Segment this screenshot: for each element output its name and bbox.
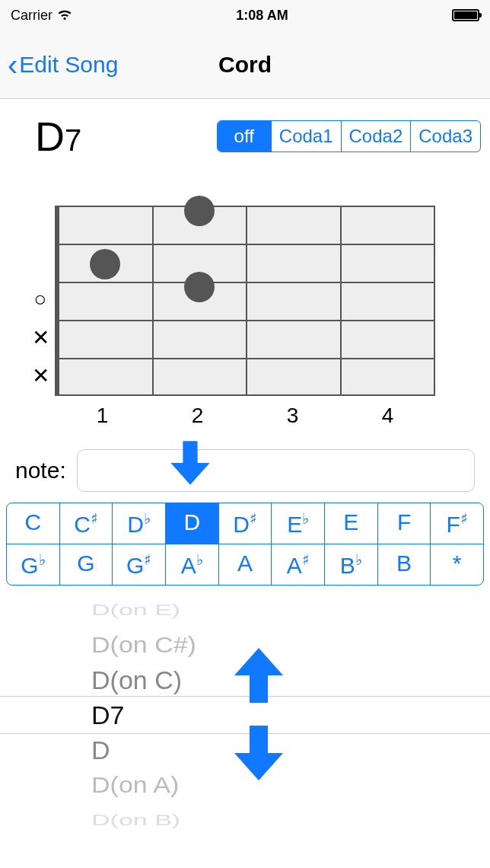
arrow-down-icon — [228, 723, 289, 783]
string-marker: ✕ — [29, 356, 52, 394]
fret-dot — [90, 249, 120, 279]
root-A-sharp[interactable]: A♯ — [271, 544, 324, 585]
root-C[interactable]: C — [7, 503, 59, 544]
string-marker — [29, 242, 52, 280]
coda-segmented: offCoda1Coda2Coda3 — [217, 120, 481, 152]
root-D[interactable]: D — [165, 503, 218, 544]
wifi-icon — [57, 10, 72, 21]
root-F-sharp[interactable]: F♯ — [430, 503, 483, 544]
root-E-flat[interactable]: E♭ — [271, 503, 324, 544]
chord-display: D7 — [35, 113, 81, 160]
back-label: Edit Song — [19, 52, 118, 78]
root-*[interactable]: * — [430, 544, 483, 585]
root-G-flat[interactable]: G♭ — [7, 544, 59, 585]
coda-option-coda1[interactable]: Coda1 — [271, 121, 341, 152]
root-F[interactable]: F — [377, 503, 431, 544]
root-D-flat[interactable]: D♭ — [112, 503, 165, 544]
chord-root: D — [35, 113, 65, 159]
root-C-sharp[interactable]: C♯ — [59, 503, 113, 544]
string-marker: ○ — [29, 280, 52, 318]
arrow-up-icon — [228, 645, 289, 706]
picker-item[interactable]: D(on B) — [0, 809, 490, 829]
carrier-label: Carrier — [11, 8, 52, 24]
coda-option-off[interactable]: off — [218, 121, 271, 152]
note-label: note: — [15, 458, 66, 483]
fret-number: 4 — [340, 404, 435, 428]
chord-suffix: 7 — [65, 123, 81, 157]
picker-item[interactable]: D(on E) — [0, 601, 490, 621]
chord-picker[interactable]: D(on E)D(on C#)D(on C)D7DD(on A)D(on B) — [0, 601, 490, 829]
note-input[interactable] — [77, 449, 475, 492]
page-title: Cord — [218, 52, 272, 78]
string-marker: ✕ — [29, 318, 52, 356]
fret-number: 1 — [55, 404, 150, 428]
root-D-sharp[interactable]: D♯ — [218, 503, 272, 544]
coda-option-coda3[interactable]: Coda3 — [410, 121, 480, 152]
root-A-flat[interactable]: A♭ — [165, 544, 218, 585]
fret-number: 3 — [245, 404, 340, 428]
fretboard: ○✕✕ 1234 — [55, 206, 435, 428]
battery-icon — [452, 9, 479, 21]
fret-number: 2 — [150, 404, 245, 428]
root-E[interactable]: E — [324, 503, 377, 544]
root-G-sharp[interactable]: G♯ — [112, 544, 165, 585]
arrow-down-icon — [166, 432, 215, 493]
clock: 1:08 AM — [236, 8, 288, 24]
fret-dot — [184, 272, 215, 302]
root-note-grid: CC♯D♭DD♯E♭EFF♯ G♭GG♯A♭AA♯B♭B* — [6, 503, 484, 586]
status-bar: Carrier 1:08 AM — [0, 0, 490, 30]
string-marker — [29, 204, 52, 242]
root-B-flat[interactable]: B♭ — [324, 544, 377, 585]
coda-option-coda2[interactable]: Coda2 — [341, 121, 411, 152]
root-A[interactable]: A — [218, 544, 272, 585]
nav-bar: ‹ Edit Song Cord — [0, 30, 490, 99]
back-button[interactable]: ‹ Edit Song — [8, 49, 118, 80]
root-G[interactable]: G — [59, 544, 113, 585]
fret-dot — [184, 196, 215, 226]
root-B[interactable]: B — [377, 544, 431, 585]
chevron-left-icon: ‹ — [8, 49, 18, 80]
